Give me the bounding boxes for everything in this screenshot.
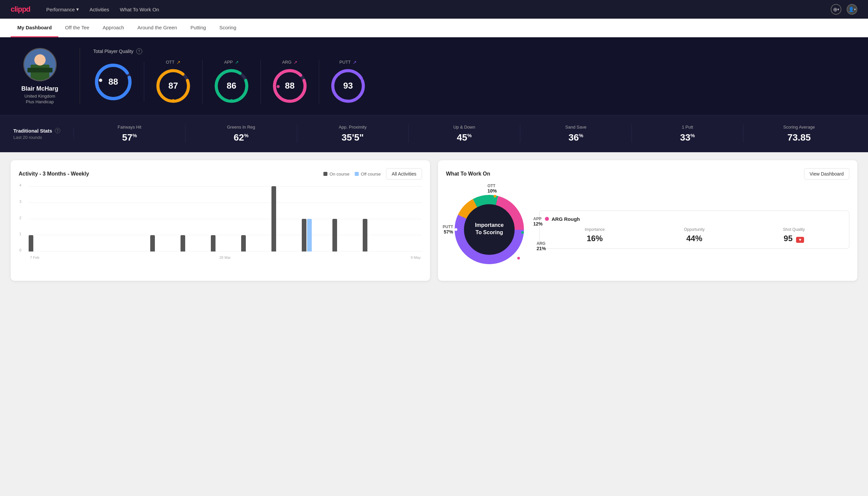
tab-scoring[interactable]: Scoring	[212, 19, 243, 37]
player-info: Blair McHarg United Kingdom Plus Handica…	[13, 48, 80, 104]
stat-value-proximity: 35'5"	[342, 132, 364, 143]
nav-what-to-work-on[interactable]: What To Work On	[120, 1, 159, 18]
bar-on-6	[211, 235, 216, 251]
bars-wrapper	[29, 186, 422, 251]
top-nav: clippd Performance ▾ Activities What To …	[0, 0, 868, 19]
bar-group-6	[211, 235, 240, 251]
user-avatar-button[interactable]: 👤 ▾	[847, 4, 857, 15]
player-avatar	[23, 48, 57, 81]
bar-group-12	[393, 251, 422, 251]
tab-putting[interactable]: Putting	[184, 19, 213, 37]
donut-dot-putt	[455, 228, 457, 231]
svg-point-12	[230, 99, 233, 102]
bar-group-7	[241, 235, 270, 251]
gauge-value-ott: 87	[169, 81, 178, 91]
tab-approach[interactable]: Approach	[96, 19, 130, 37]
app-logo[interactable]: clippd	[11, 5, 30, 14]
stats-sublabel: Last 20 rounds	[13, 135, 60, 140]
gauge-value-total: 88	[109, 77, 118, 87]
gauge-svg-total: 88	[93, 62, 133, 102]
nav-links: Performance ▾ Activities What To Work On	[46, 1, 831, 18]
bar-on-9	[302, 219, 306, 251]
x-axis: 7 Feb 28 Mar 9 May	[29, 255, 422, 260]
gauge-value-putt: 93	[343, 81, 353, 91]
bar-group-11	[363, 219, 392, 251]
activity-card: Activity - 3 Months - Weekly On course O…	[11, 160, 430, 281]
trend-icon-app: ↗	[235, 60, 239, 65]
trend-icon-ott: ↗	[176, 60, 180, 65]
x-label-feb: 7 Feb	[30, 255, 39, 260]
cards-section: Activity - 3 Months - Weekly On course O…	[0, 152, 868, 289]
bar-on-5	[180, 235, 185, 251]
bar-group-9	[302, 219, 331, 251]
stat-value-sandsave: 36%	[569, 132, 584, 143]
bar-group-4	[150, 235, 179, 251]
donut-chart-section: Importance To Scoring PUTT 57% OTT 10% A…	[446, 186, 533, 273]
info-metrics: Importance 16% Opportunity 44% Shot Qual…	[545, 227, 844, 243]
legend-off-course: Off course	[355, 172, 381, 176]
bar-chart: 4 3 2 1 0 7 Feb 28 Mar 9 May	[19, 186, 422, 260]
stat-value-gir: 62%	[234, 132, 249, 143]
add-button[interactable]: ⊕ ▾	[831, 4, 841, 15]
nav-performance[interactable]: Performance ▾	[46, 1, 79, 18]
traditional-stats: Traditional Stats ? Last 20 rounds Fairw…	[0, 115, 868, 152]
bar-group-1	[59, 251, 88, 251]
activity-chart-title: Activity - 3 Months - Weekly	[19, 171, 89, 177]
svg-text:Importance: Importance	[475, 222, 504, 228]
stats-help-icon[interactable]: ?	[55, 128, 60, 133]
stat-scoring-average: Scoring Average 73.85	[743, 125, 855, 143]
bar-group-3	[120, 251, 148, 251]
stat-fairways-hit: Fairways Hit 57%	[74, 125, 186, 143]
hero-section: Blair McHarg United Kingdom Plus Handica…	[0, 37, 868, 115]
trend-icon-arg: ↗	[294, 60, 297, 65]
gauge-label-app: APP ↗	[224, 60, 239, 65]
bar-on-8	[271, 186, 276, 251]
nav-activities[interactable]: Activities	[90, 1, 109, 18]
svg-point-15	[277, 85, 280, 88]
tab-my-dashboard[interactable]: My Dashboard	[11, 19, 58, 37]
user-icon: 👤	[848, 7, 854, 12]
player-handicap: Plus Handicap	[26, 99, 54, 104]
metric-opportunity: Opportunity 44%	[645, 227, 744, 243]
donut-label-ott: OTT 10%	[487, 184, 496, 193]
stats-label-group: Traditional Stats ? Last 20 rounds	[13, 128, 74, 140]
all-activities-button[interactable]: All Activities	[386, 168, 422, 180]
work-card-title: What To Work On	[446, 171, 490, 177]
quality-section: Total Player Quality ? 88 OTT	[80, 48, 855, 104]
gauge-svg-arg: 88	[271, 68, 308, 104]
arg-dot	[545, 217, 549, 221]
donut-label-arg: ARG 21%	[537, 241, 546, 251]
gauge-total: 88	[93, 62, 144, 102]
bar-empty-2	[89, 251, 94, 251]
gauge-label-arg: ARG ↗	[282, 60, 297, 65]
view-dashboard-button[interactable]: View Dashboard	[804, 168, 849, 180]
donut-dot-ott	[494, 195, 496, 198]
donut-label-app: APP 12%	[533, 217, 542, 227]
gauge-app: APP ↗ 86	[203, 60, 261, 104]
tab-off-the-tee[interactable]: Off the Tee	[58, 19, 96, 37]
tab-around-the-green[interactable]: Around the Green	[130, 19, 184, 37]
work-content: Importance To Scoring PUTT 57% OTT 10% A…	[446, 186, 849, 273]
opportunity-value: 44%	[645, 234, 744, 243]
bar-group-10	[332, 219, 361, 251]
bar-on-7	[241, 235, 246, 251]
work-card-header: What To Work On View Dashboard	[446, 168, 849, 180]
nav-right: ⊕ ▾ 👤 ▾	[831, 4, 857, 15]
stats-label: Traditional Stats ?	[13, 128, 60, 134]
help-icon[interactable]: ?	[136, 48, 142, 54]
svg-point-2	[34, 54, 46, 66]
importance-value: 16%	[545, 234, 645, 243]
bar-empty-1	[59, 251, 64, 251]
chevron-down-icon: ▾	[854, 7, 856, 12]
metric-shot-quality: Shot Quality 95 ▼	[744, 227, 844, 243]
stat-value-scoring: 73.85	[787, 132, 811, 143]
chart-legend: On course Off course All Activities	[323, 168, 422, 180]
player-name: Blair McHarg	[21, 85, 58, 92]
stat-sand-save: Sand Save 36%	[520, 125, 632, 143]
legend-dot-on	[323, 172, 327, 176]
bar-group-5	[180, 235, 209, 251]
gauge-ott: OTT ↗ 87	[144, 60, 203, 104]
legend-dot-off	[355, 172, 359, 176]
shot-quality-badge: ▼	[796, 237, 804, 243]
donut-label-putt: PUTT 57%	[443, 224, 453, 234]
